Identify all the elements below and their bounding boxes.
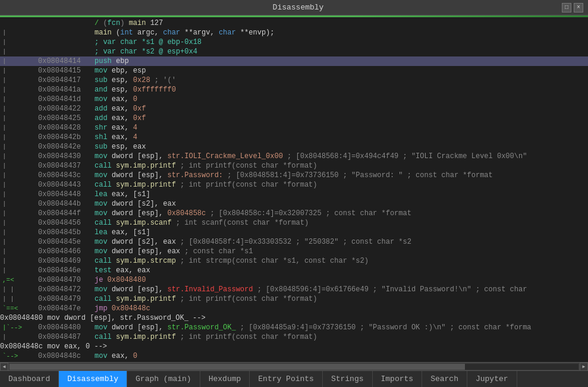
arrow-col: | (2, 332, 38, 342)
addr-col: 0x08048456 (38, 218, 95, 228)
table-row[interactable]: | 0x0804846e test eax, eax (0, 266, 588, 275)
arrow-col: | (2, 256, 38, 266)
addr-col: 0x08048425 (38, 114, 95, 123)
window-controls[interactable]: □ × (562, 3, 583, 12)
table-row[interactable]: | 0x08048417 sub esp, 0x28 ; '(' (0, 75, 588, 85)
table-row[interactable]: / (fcn) main 127 (0, 18, 588, 28)
table-row[interactable]: | 0x08048415 mov ebp, esp (0, 66, 588, 75)
table-row[interactable]: | | 0x08048479 call sym.imp.printf ; int… (0, 294, 588, 304)
arrow-col: | (2, 37, 38, 47)
table-row[interactable]: | 0x08048469 call sym.imp.strcmp ; int s… (0, 256, 588, 266)
table-row[interactable]: | ; var char *s1 @ ebp-0x18 (0, 37, 588, 47)
instr-col: mov dword [esp], str.Password_OK_ ; [0x8… (95, 323, 586, 332)
instr-col: lea eax, [s1] (95, 228, 586, 237)
arrow-col: | | (2, 285, 38, 294)
arrow-col: |`--> (2, 323, 38, 332)
table-row[interactable]: | 0x08048466 mov dword [esp], eax ; cons… (0, 247, 588, 256)
arrow-col: | (2, 28, 38, 37)
table-row[interactable]: | 0x0804843c mov dword [esp], str.Passwo… (0, 171, 588, 180)
scroll-right-button[interactable]: ▶ (580, 363, 588, 371)
arrow-col: | (2, 266, 38, 275)
table-row[interactable]: | 0x0804842b shl eax, 4 (0, 133, 588, 142)
arrow-col: `==< (2, 304, 38, 313)
table-row[interactable]: | 0x08048456 call sym.imp.scanf ; int sc… (0, 218, 588, 228)
table-row[interactable]: | 0x08048448 lea eax, [s1] (0, 190, 588, 199)
main-content: / (fcn) main 127 | main (int argc, char … (0, 15, 588, 370)
arrow-col: | (2, 95, 38, 104)
table-row[interactable]: | 0x08048425 add eax, 0xf (0, 114, 588, 123)
instr-col: mov ebp, esp (95, 66, 586, 75)
bottom-tab-bar: Dashboard Disassembly Graph (main) Hexdu… (0, 370, 588, 387)
tab-entry-points[interactable]: Entry Points (250, 371, 323, 387)
instr-col: mov dword [esp], eax ; const char *s1 (95, 247, 586, 256)
arrow-col: | | (2, 294, 38, 304)
table-row[interactable]: | | 0x08048472 mov dword [esp], str.Inva… (0, 285, 588, 294)
table-row[interactable]: | 0x08048414 push ebp (0, 56, 588, 66)
tab-strings[interactable]: Strings (323, 371, 373, 387)
table-row[interactable]: | 0x0804845e mov dword [s2], eax ; [0x80… (0, 237, 588, 247)
disassembly-area[interactable]: / (fcn) main 127 | main (int argc, char … (0, 17, 588, 362)
table-row[interactable]: | 0x08048422 add eax, 0xf (0, 104, 588, 114)
table-row[interactable]: | 0x0804841a and esp, 0xfffffff0 (0, 85, 588, 95)
scroll-track[interactable] (10, 364, 578, 370)
table-row[interactable]: | 0x08048443 call sym.imp.printf ; int p… (0, 180, 588, 190)
instr-col: mov dword [s2], eax ; [0x804858f:4]=0x33… (95, 237, 586, 247)
instr-col: sub esp, eax (95, 142, 586, 152)
table-row[interactable]: | ; var char *s2 @ esp+0x4 (0, 47, 588, 56)
tab-disassembly[interactable]: Disassembly (59, 371, 127, 387)
scroll-left-button[interactable]: ◀ (0, 363, 8, 371)
instr-col: je 0x8048480 (95, 275, 586, 285)
addr-col: 0x08048487 (38, 332, 95, 342)
instr-col: and esp, 0xfffffff0 (95, 85, 586, 95)
table-row[interactable]: | 0x0804844b mov dword [s2], eax (0, 199, 588, 209)
arrow-col: | (2, 209, 38, 218)
table-row[interactable]: `--> 0x0804848c mov eax, 0 (0, 351, 588, 361)
table-row[interactable]: | 0x08048430 mov dword [esp], str.IOLI_C… (0, 152, 588, 161)
tab-hexdump[interactable]: Hexdump (200, 371, 250, 387)
tab-graph-main[interactable]: Graph (main) (127, 371, 200, 387)
tab-search[interactable]: Search (422, 371, 467, 387)
table-row[interactable]: | 0x0804842e sub esp, eax (0, 142, 588, 152)
addr-col: 0x08048430 (38, 152, 95, 161)
addr-col: 0x0804842b (38, 133, 95, 142)
instr-col: sub esp, 0x28 ; '(' (95, 75, 586, 85)
instr-col: call sym.imp.scanf ; int scanf(const cha… (95, 218, 586, 228)
maximize-button[interactable]: □ (562, 3, 571, 12)
tab-jupyter[interactable]: Jupyter (467, 371, 517, 387)
table-row[interactable]: | 0x08048487 call sym.imp.printf ; int p… (0, 332, 588, 342)
addr-col: 0x0804841a (38, 85, 95, 95)
instr-col: call sym.imp.strcmp ; int strcmp(const c… (95, 256, 586, 266)
table-row[interactable]: | 0x0804844f mov dword [esp], 0x804858c … (0, 209, 588, 218)
arrow-col: | (2, 199, 38, 209)
instr-col: push ebp (95, 56, 586, 66)
addr-col: 0x0804847e (38, 304, 95, 313)
horizontal-scrollbar[interactable]: ◀ ▶ (0, 362, 588, 370)
addr-col: 0x08048469 (38, 256, 95, 266)
addr-col: 0x0804845b (38, 228, 95, 237)
addr-col: 0x08048443 (38, 180, 95, 190)
table-row[interactable]: | main (int argc, char **argv, char **en… (0, 28, 588, 37)
close-button[interactable]: × (574, 3, 583, 12)
table-row[interactable]: | 0x08048437 call sym.imp.printf ; int p… (0, 161, 588, 171)
arrow-col: | (2, 104, 38, 114)
arrow-col: | (2, 247, 38, 256)
addr-col: 0x08048472 (38, 285, 95, 294)
table-row[interactable]: | 0x08048428 shr eax, 4 (0, 123, 588, 133)
table-row[interactable]: ,=< 0x08048470 je 0x8048480 (0, 275, 588, 285)
arrow-col: | (2, 123, 38, 133)
scroll-thumb[interactable] (10, 364, 465, 370)
addr-col: 0x0804846e (38, 266, 95, 275)
table-row[interactable]: | 0x0804841d mov eax, 0 (0, 95, 588, 104)
table-row[interactable]: |`--> 0x08048480 mov dword [esp], str.Pa… (0, 323, 588, 332)
table-row[interactable]: `==< 0x0804847e jmp 0x804848c (0, 304, 588, 313)
arrow-col: | (2, 228, 38, 237)
table-row[interactable]: | 0x0804845b lea eax, [s1] (0, 228, 588, 237)
instr-col: test eax, eax (95, 266, 586, 275)
arrow-col: | (2, 114, 38, 123)
arrow-col: | (2, 56, 38, 66)
instr-col: jmp 0x804848c (95, 304, 586, 313)
instr-col: shr eax, 4 (95, 123, 586, 133)
instr-col: / (fcn) main 127 (95, 18, 586, 28)
tab-imports[interactable]: Imports (373, 371, 423, 387)
tab-dashboard[interactable]: Dashboard (0, 371, 59, 387)
